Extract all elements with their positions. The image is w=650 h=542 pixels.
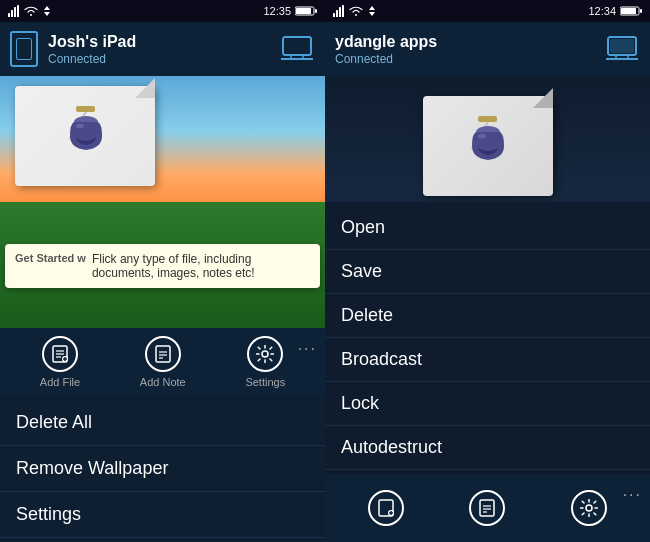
svg-rect-40 [610,39,634,53]
file-card-left[interactable] [15,86,155,186]
right-time: 12:34 [588,5,616,17]
laptop-nav-icon[interactable] [279,31,315,67]
right-status-right: 12:34 [588,5,642,17]
right-header: ydangle apps Connected [325,22,650,76]
add-note-button[interactable]: Add Note [140,336,186,388]
right-status-bar: 12:34 [325,0,650,22]
menu-item-settings[interactable]: Settings [0,492,325,538]
right-more-icon[interactable]: ... [623,482,642,500]
right-header-left: ydangle apps Connected [335,32,437,65]
settings-label-left: Settings [245,376,285,388]
right-toolbar: ... [325,474,650,542]
svg-rect-8 [315,9,317,13]
left-status-right: 12:35 [263,5,317,17]
battery-icon [295,6,317,16]
right-add-file-button[interactable] [368,490,404,526]
left-content: Get Started w Flick any type of file, in… [0,76,325,328]
add-note-icon [145,336,181,372]
svg-rect-38 [640,9,642,13]
right-add-note-button[interactable] [469,490,505,526]
right-device-name: ydangle apps [335,32,437,51]
right-add-file-icon [368,490,404,526]
right-ink-bottle-icon [460,114,515,179]
file-icon [52,345,68,363]
ink-bottle-icon [58,104,113,169]
settings-icon-left [247,336,283,372]
left-toolbar: ... Add File [0,328,325,396]
svg-marker-35 [369,12,375,16]
svg-point-17 [76,124,84,128]
context-autodestruct[interactable]: Autodestruct [325,426,650,470]
up-down-arrows-icon [42,6,52,16]
right-header-text: ydangle apps Connected [335,32,437,65]
right-note-icon [479,499,495,517]
note-icon [155,345,171,363]
tablet-screen [16,38,32,60]
svg-rect-32 [339,7,341,17]
svg-marker-4 [44,6,50,10]
right-gear-icon [580,499,598,517]
svg-rect-0 [8,13,10,17]
context-open[interactable]: Open [325,206,650,250]
svg-marker-34 [369,6,375,10]
context-save[interactable]: Save [325,250,650,294]
left-header-left: Josh's iPad Connected [10,31,136,67]
context-lock[interactable]: Lock [325,382,650,426]
left-status-bar: 12:35 [0,0,325,22]
right-wifi-icon [349,6,363,16]
left-connection-status: Connected [48,52,136,66]
svg-rect-30 [333,13,335,17]
left-header: Josh's iPad Connected [0,22,325,76]
more-icon[interactable]: ... [298,336,317,354]
tablet-icon [10,31,38,67]
right-laptop-icon[interactable] [604,31,640,67]
right-battery-icon [620,6,642,16]
svg-rect-2 [14,7,16,17]
right-panel: 12:34 ydangle apps Connected [325,0,650,542]
right-add-note-icon [469,490,505,526]
right-file-icon [378,499,394,517]
menu-item-remove-wallpaper[interactable]: Remove Wallpaper [0,446,325,492]
settings-button-left[interactable]: Settings [245,336,285,388]
svg-rect-33 [342,5,344,17]
svg-rect-3 [17,5,19,17]
add-note-label: Add Note [140,376,186,388]
svg-rect-7 [296,8,311,14]
left-status-left [8,5,52,17]
tooltip-left: Get Started w Flick any type of file, in… [5,244,320,288]
right-laptop-svg [606,35,638,63]
right-settings-button[interactable] [571,490,607,526]
menu-item-delete-all[interactable]: Delete All [0,400,325,446]
right-settings-icon [571,490,607,526]
svg-rect-25 [156,346,170,362]
svg-marker-5 [44,12,50,16]
right-arrows-icon [367,6,377,16]
context-broadcast[interactable]: Broadcast [325,338,650,382]
svg-rect-53 [480,500,494,516]
svg-point-57 [586,505,592,511]
laptop-svg [281,35,313,63]
context-delete[interactable]: Delete [325,294,650,338]
add-file-button[interactable]: Add File [40,336,80,388]
context-menu: Open Save Delete Broadcast Lock Autodest… [325,202,650,474]
add-file-icon [42,336,78,372]
gear-icon [256,345,274,363]
signal-icon [8,5,20,17]
svg-rect-37 [621,8,636,14]
svg-rect-31 [336,10,338,17]
tooltip-label: Get Started w [15,252,86,280]
left-panel: 12:35 Josh's iPad Connected [0,0,325,542]
svg-point-48 [478,134,486,138]
left-header-text: Josh's iPad Connected [48,32,136,65]
file-card-right[interactable] [423,96,553,196]
left-time: 12:35 [263,5,291,17]
svg-rect-13 [76,106,95,112]
right-status-left [333,5,377,17]
add-file-label: Add File [40,376,80,388]
svg-point-29 [262,351,268,357]
wifi-icon [24,6,38,16]
right-connection-status: Connected [335,52,437,66]
svg-rect-9 [283,37,311,55]
right-content [325,76,650,202]
svg-rect-44 [478,116,497,122]
